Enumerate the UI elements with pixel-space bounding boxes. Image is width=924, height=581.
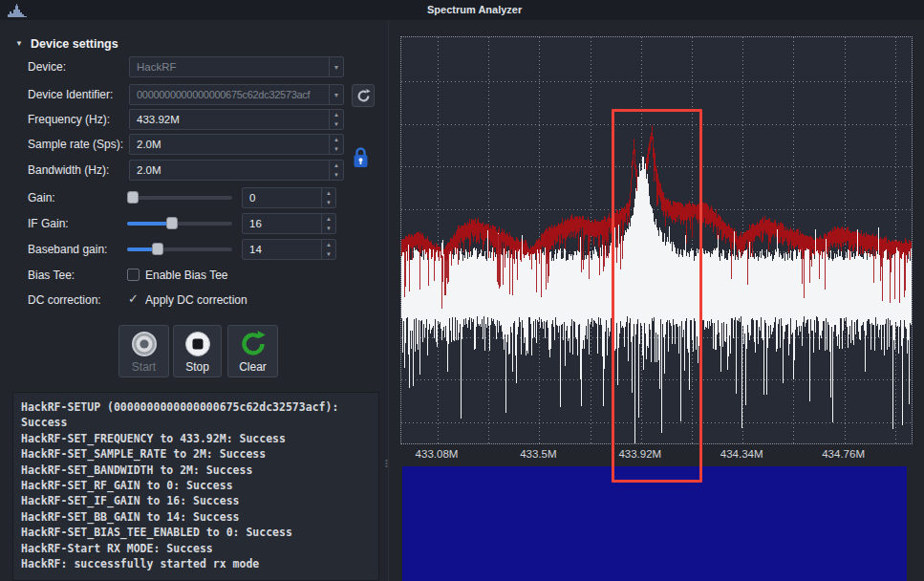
spin-up-icon[interactable]: ▲ bbox=[330, 161, 343, 170]
spin-down-icon[interactable]: ▼ bbox=[322, 198, 335, 207]
if-gain-spinbox[interactable]: 16 ▲▼ bbox=[242, 213, 336, 234]
sample-rate-value: 2.0M bbox=[130, 139, 329, 150]
baseband-gain-label: Baseband gain: bbox=[28, 243, 107, 256]
app-window: Spectrum Analyzer ▼ Device settings Devi… bbox=[0, 0, 924, 581]
bandwidth-value: 2.0M bbox=[130, 164, 329, 176]
spin-up-icon[interactable]: ▲ bbox=[322, 214, 335, 224]
dc-correction-option-label[interactable]: Apply DC correction bbox=[145, 293, 247, 307]
baseband-gain-slider-handle[interactable] bbox=[152, 243, 163, 255]
refresh-devices-button[interactable] bbox=[352, 84, 375, 107]
chevron-down-icon: ▼ bbox=[329, 57, 343, 76]
sample-rate-label: Sample rate (Sps): bbox=[28, 138, 123, 151]
bandwidth-label: Bandwidth (Hz): bbox=[28, 163, 109, 177]
log-line: HackRF-SET_RF_GAIN to 0: Success bbox=[21, 478, 378, 493]
bias-tee-label: Bias Tee: bbox=[28, 269, 75, 282]
x-tick-label: 434.34M bbox=[698, 448, 784, 460]
splitter-line bbox=[388, 20, 389, 581]
log-line: HackRF-SETUP (0000000000000000675c62dc32… bbox=[21, 399, 378, 415]
device-label: Device: bbox=[28, 60, 66, 74]
gain-value: 0 bbox=[243, 192, 321, 204]
log-line: HackRF-Start RX MODE: Success bbox=[21, 541, 378, 556]
device-select-value: HackRF bbox=[130, 61, 329, 73]
baseband-gain-spinbox[interactable]: 14 ▲▼ bbox=[242, 239, 336, 260]
if-gain-value: 16 bbox=[243, 218, 321, 229]
log-line: HackRF: successfully started rx mode bbox=[21, 556, 378, 571]
collapse-arrow-icon[interactable]: ▼ bbox=[15, 39, 23, 48]
log-line: HackRF-SET_IF_GAIN to 16: Success bbox=[21, 493, 378, 508]
selection-rectangle[interactable] bbox=[612, 109, 702, 483]
log-line: HackRF-SET_BB_GAIN to 14: Success bbox=[21, 509, 378, 525]
stop-icon bbox=[184, 331, 211, 357]
record-icon bbox=[131, 331, 158, 357]
device-identifier-label: Device Identifier: bbox=[28, 88, 113, 101]
lock-rate-bandwidth-button[interactable] bbox=[352, 145, 370, 170]
spin-up-icon[interactable]: ▲ bbox=[330, 135, 343, 144]
bias-tee-checkbox[interactable] bbox=[127, 269, 140, 281]
dc-correction-checkbox[interactable]: ✓ bbox=[128, 292, 139, 305]
if-gain-slider-handle[interactable] bbox=[166, 217, 178, 229]
console-log[interactable]: HackRF-SETUP (0000000000000000675c62dc32… bbox=[12, 392, 379, 581]
clear-button[interactable]: Clear bbox=[227, 325, 278, 377]
if-gain-slider[interactable] bbox=[127, 222, 232, 226]
refresh-icon bbox=[356, 89, 371, 103]
spin-down-icon[interactable]: ▼ bbox=[330, 170, 343, 180]
spin-up-icon[interactable]: ▲ bbox=[322, 188, 335, 198]
sample-rate-spinbox[interactable]: 2.0M ▲▼ bbox=[129, 134, 344, 155]
device-select[interactable]: HackRF ▼ bbox=[129, 56, 344, 77]
bias-tee-option-label[interactable]: Enable Bias Tee bbox=[145, 269, 228, 282]
dc-correction-label: DC correction: bbox=[28, 293, 101, 307]
chevron-down-icon: ▼ bbox=[329, 85, 343, 104]
baseband-gain-slider[interactable] bbox=[127, 247, 232, 251]
start-button-label: Start bbox=[132, 360, 156, 374]
log-line: HackRF-SET_BIAS_TEE_ENABLED to 0: Succes… bbox=[21, 525, 378, 540]
log-line: HackRF-SET_FREQUENCY to 433.92M: Success bbox=[21, 431, 378, 446]
splitter-handle[interactable]: ••• bbox=[385, 459, 388, 467]
device-identifier-select[interactable]: 0000000000000000675c62dc32573acf ▼ bbox=[129, 84, 344, 105]
device-identifier-value: 0000000000000000675c62dc32573acf bbox=[130, 89, 329, 100]
log-line: HackRF-SET_BANDWIDTH to 2M: Success bbox=[21, 463, 378, 478]
waterfall-display[interactable] bbox=[402, 466, 907, 581]
clear-refresh-icon bbox=[240, 331, 267, 357]
spin-down-icon[interactable]: ▼ bbox=[322, 224, 335, 233]
spin-up-icon[interactable]: ▲ bbox=[330, 110, 343, 119]
clear-button-label: Clear bbox=[239, 360, 267, 374]
start-button[interactable]: Start bbox=[118, 325, 169, 377]
spin-down-icon[interactable]: ▼ bbox=[330, 119, 343, 129]
lock-icon bbox=[352, 145, 370, 170]
log-line: Success bbox=[21, 415, 378, 430]
gain-slider[interactable] bbox=[127, 196, 232, 200]
spectrum-mini-icon bbox=[8, 4, 27, 18]
if-gain-label: IF Gain: bbox=[28, 217, 69, 230]
x-tick-label: 434.76M bbox=[801, 448, 887, 460]
gain-label: Gain: bbox=[28, 191, 55, 204]
frequency-spinbox[interactable]: 433.92M ▲▼ bbox=[129, 109, 344, 130]
baseband-gain-value: 14 bbox=[243, 244, 321, 255]
spin-down-icon[interactable]: ▼ bbox=[330, 144, 343, 154]
spin-down-icon[interactable]: ▼ bbox=[322, 249, 335, 259]
frequency-label: Frequency (Hz): bbox=[28, 113, 110, 126]
frequency-value: 433.92M bbox=[130, 114, 329, 125]
spin-up-icon[interactable]: ▲ bbox=[322, 240, 335, 249]
stop-button[interactable]: Stop bbox=[173, 325, 222, 377]
stop-button-label: Stop bbox=[185, 360, 209, 374]
device-settings-header[interactable]: Device settings bbox=[31, 37, 118, 51]
log-line: HackRF-SET_SAMPLE_RATE to 2M: Success bbox=[21, 446, 378, 462]
x-tick-label: 433.5M bbox=[495, 448, 581, 460]
gain-spinbox[interactable]: 0 ▲▼ bbox=[242, 187, 336, 208]
gain-slider-handle[interactable] bbox=[127, 191, 139, 204]
bandwidth-spinbox[interactable]: 2.0M ▲▼ bbox=[129, 160, 344, 181]
x-tick-label: 433.08M bbox=[394, 448, 480, 460]
dock-title: Spectrum Analyzer bbox=[427, 4, 522, 15]
